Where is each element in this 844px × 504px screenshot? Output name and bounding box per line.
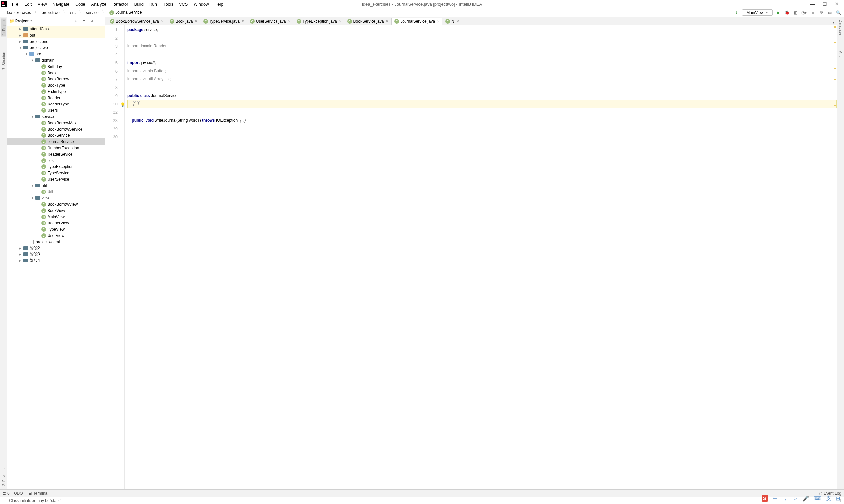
tree-item[interactable]: CBookType: [7, 82, 105, 88]
sogou-icon[interactable]: S: [761, 495, 768, 502]
project-panel-title[interactable]: 📁 Project ▼: [9, 19, 33, 23]
tree-item[interactable]: CTypeService: [7, 170, 105, 176]
tool-window-favorites[interactable]: 2: Favorites: [1, 465, 6, 487]
tree-item[interactable]: service: [7, 113, 105, 120]
tree-item[interactable]: CNumberException: [7, 145, 105, 151]
run-configuration-selector[interactable]: MainView▼: [742, 9, 773, 16]
code-line[interactable]: [127, 133, 837, 141]
tree-item[interactable]: CTypeView: [7, 226, 105, 232]
tree-item[interactable]: projecttwo.iml: [7, 239, 105, 245]
terminal-tool-button[interactable]: ▣ Terminal: [28, 491, 48, 496]
tree-item[interactable]: 阶段3: [7, 251, 105, 257]
tree-item[interactable]: CUserService: [7, 176, 105, 182]
tool-window-ant[interactable]: Ant: [838, 50, 843, 58]
ime-emoji-icon[interactable]: ☺: [793, 496, 798, 501]
menu-edit[interactable]: Edit: [22, 1, 34, 7]
tree-item[interactable]: CTypeException: [7, 163, 105, 170]
code-content[interactable]: package service;import domain.Reader;imp…: [125, 25, 837, 489]
code-line[interactable]: public class JournalService {: [127, 92, 837, 100]
build-icon[interactable]: ⤓: [734, 10, 739, 16]
code-editor[interactable]: 1234567891022232930 package service;impo…: [105, 25, 837, 489]
ime-voice-icon[interactable]: 🎤: [803, 496, 809, 502]
tool-window-project[interactable]: 1: Project: [1, 18, 6, 36]
tree-item[interactable]: CTest: [7, 157, 105, 163]
tree-item[interactable]: CUserView: [7, 232, 105, 239]
debug-button-icon[interactable]: 🐞: [784, 10, 790, 16]
code-line[interactable]: public void writeJournal(String words) t…: [127, 116, 837, 125]
close-tab-icon[interactable]: ✕: [456, 19, 459, 23]
close-tab-icon[interactable]: ✕: [195, 19, 197, 23]
tree-item[interactable]: CBookBorrow: [7, 76, 105, 82]
intention-bulb-icon[interactable]: 💡: [120, 101, 125, 105]
close-tab-icon[interactable]: ✕: [161, 19, 163, 23]
close-tab-icon[interactable]: ✕: [339, 19, 342, 23]
tree-item[interactable]: CReader: [7, 95, 105, 101]
menu-navigate[interactable]: Navigate: [50, 1, 72, 7]
breadcrumb-item[interactable]: idea_exercises: [3, 10, 33, 16]
tree-item[interactable]: attendClass: [7, 26, 105, 32]
tree-item[interactable]: CBookService: [7, 132, 105, 139]
code-line[interactable]: 💡 {...}: [127, 100, 837, 108]
tree-item[interactable]: CFaJinType: [7, 88, 105, 95]
editor-tab[interactable]: CBookService.java✕: [344, 17, 392, 25]
tree-item[interactable]: CBookBorrowService: [7, 126, 105, 132]
code-line[interactable]: [127, 34, 837, 42]
code-line[interactable]: import domain.Reader;: [127, 42, 837, 50]
editor-tab[interactable]: CJournalService.java✕: [391, 18, 443, 25]
code-line[interactable]: [127, 84, 837, 92]
expand-all-icon[interactable]: ≑: [81, 18, 87, 24]
ime-keyboard-icon[interactable]: ⌨: [814, 496, 821, 502]
editor-tab[interactable]: CBook.java✕: [167, 17, 201, 25]
ime-menu-icon[interactable]: ⊞: [836, 496, 840, 502]
ime-skin-icon[interactable]: 皮: [826, 495, 831, 502]
menu-code[interactable]: Code: [73, 1, 88, 7]
breadcrumb-item[interactable]: C JournalService: [107, 9, 144, 16]
menu-build[interactable]: Build: [132, 1, 146, 7]
code-line[interactable]: import java.util.ArrayList;: [127, 75, 837, 84]
tree-item[interactable]: src: [7, 51, 105, 57]
locate-icon[interactable]: ⊕: [73, 18, 79, 24]
tree-item[interactable]: view: [7, 195, 105, 201]
editor-tab[interactable]: CBookBorrowService.java✕: [107, 17, 167, 25]
search-everywhere-icon[interactable]: 🔍: [836, 10, 841, 16]
tree-item[interactable]: CMainView: [7, 214, 105, 220]
close-tab-icon[interactable]: ✕: [288, 19, 291, 23]
editor-tab[interactable]: CTypeService.java✕: [200, 17, 247, 25]
ime-punct-icon[interactable]: ，: [782, 495, 788, 502]
code-line[interactable]: import java.io.*;: [127, 59, 837, 67]
editor-tab[interactable]: CN✕: [443, 17, 462, 25]
tool-window-database[interactable]: Database: [838, 18, 843, 37]
menu-view[interactable]: View: [35, 1, 50, 7]
tree-item[interactable]: util: [7, 182, 105, 188]
stop-button-icon[interactable]: ■: [810, 10, 816, 16]
todo-tool-button[interactable]: ≣ 6: TODO: [3, 491, 23, 496]
editor-tab[interactable]: CUserService.java✕: [247, 17, 294, 25]
coverage-button-icon[interactable]: ◧: [793, 10, 798, 16]
close-tab-icon[interactable]: ✕: [242, 19, 244, 23]
breadcrumb-item[interactable]: src: [68, 10, 77, 16]
tree-item[interactable]: CJournalService: [7, 139, 105, 145]
close-tab-icon[interactable]: ✕: [386, 19, 388, 23]
project-structure-icon[interactable]: ▭: [827, 10, 833, 16]
tree-item[interactable]: 阶段4: [7, 257, 105, 264]
tree-item[interactable]: CBookBorrowMax: [7, 120, 105, 126]
breadcrumb-item[interactable]: service: [84, 10, 101, 16]
breadcrumb[interactable]: idea_exercises〉projecttwo〉src〉service〉C …: [3, 9, 143, 16]
breadcrumb-item[interactable]: projecttwo: [39, 10, 62, 16]
editor-tab[interactable]: CTypeException.java✕: [294, 17, 344, 25]
tree-item[interactable]: out: [7, 32, 105, 38]
menu-window[interactable]: Window: [191, 1, 211, 7]
maximize-button[interactable]: ☐: [823, 1, 827, 6]
code-line[interactable]: package service;: [127, 26, 837, 34]
tree-item[interactable]: domain: [7, 57, 105, 63]
menu-run[interactable]: Run: [147, 1, 160, 7]
tree-item[interactable]: CBook: [7, 70, 105, 76]
profiler-button-icon[interactable]: ◔▾: [801, 10, 807, 16]
tree-item[interactable]: CUsers: [7, 107, 105, 113]
menu-tools[interactable]: Tools: [160, 1, 176, 7]
ime-lang-icon[interactable]: 中: [773, 495, 778, 502]
tree-item[interactable]: CBookBorrowView: [7, 201, 105, 207]
tree-item[interactable]: CBirthday: [7, 63, 105, 70]
settings-gear-icon[interactable]: ⚙: [89, 18, 95, 24]
code-line[interactable]: import java.nio.Buffer;: [127, 67, 837, 75]
